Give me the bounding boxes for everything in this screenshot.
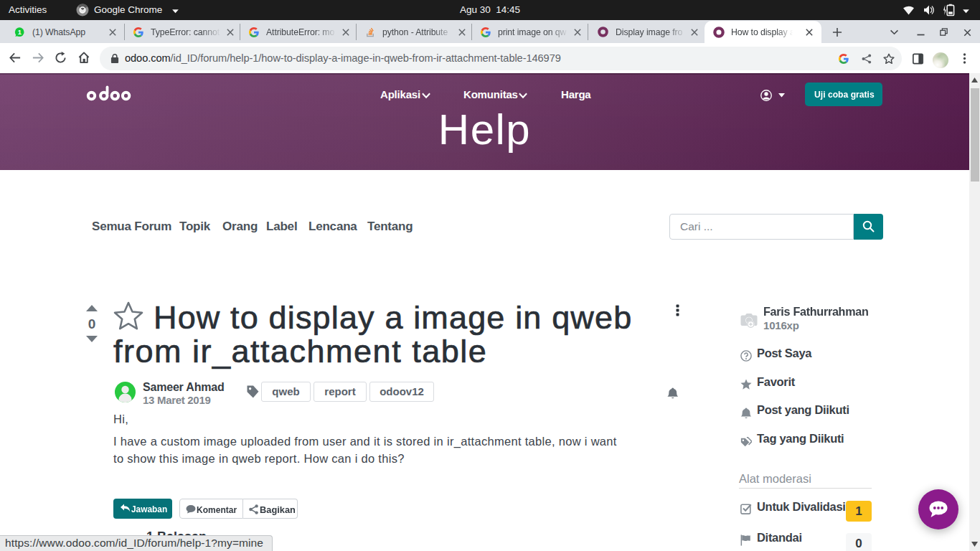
svg-text:1: 1 xyxy=(18,29,22,36)
